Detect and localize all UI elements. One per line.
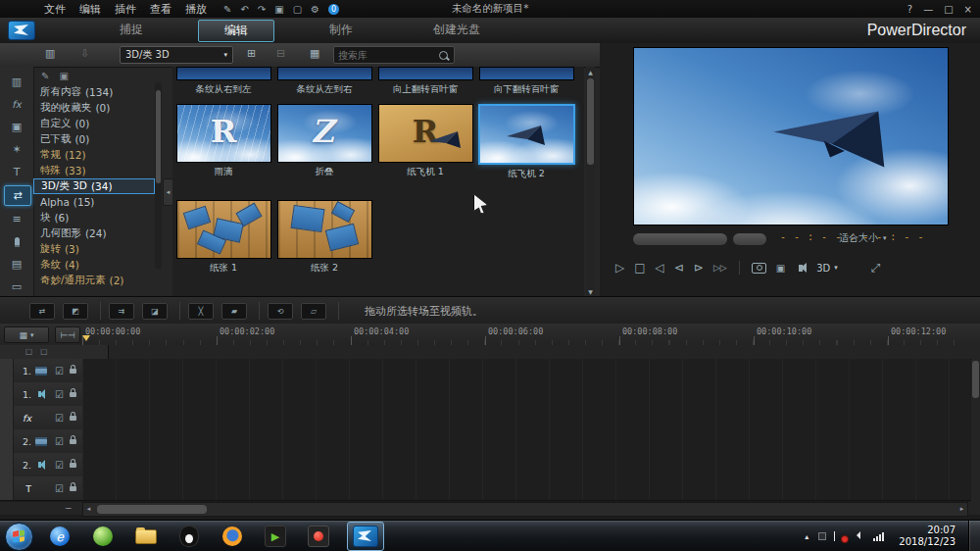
action-center-flag-icon[interactable] bbox=[836, 531, 846, 541]
prefix-transition-icon[interactable]: ⇉ bbox=[109, 303, 134, 320]
track-enable-checkbox[interactable]: ☑ bbox=[55, 366, 64, 376]
undock-preview-icon[interactable]: ⤢ bbox=[871, 261, 881, 275]
track-lock-icon[interactable] bbox=[70, 439, 76, 444]
category-special[interactable]: 特殊(33) bbox=[33, 163, 155, 178]
audio-mixing-room-icon[interactable]: ≡ bbox=[4, 210, 29, 228]
clip-mode-button[interactable] bbox=[633, 233, 727, 245]
playhead-marker[interactable] bbox=[82, 335, 90, 341]
grid-scrollbar[interactable]: ▲ ▼ bbox=[586, 67, 595, 296]
transition-item-paperplane2-selected[interactable]: 纸飞机 2 bbox=[477, 104, 575, 180]
cross-transition-icon[interactable]: ⇄ bbox=[29, 303, 55, 320]
taskbar-browser-icon[interactable]: e bbox=[45, 524, 74, 549]
category-fantastic[interactable]: 奇妙/通用元素(2) bbox=[33, 273, 155, 288]
capture-screen-icon[interactable]: ▣ bbox=[274, 4, 283, 15]
category-block[interactable]: 块(6) bbox=[33, 210, 155, 225]
preview-quality-icon[interactable]: ▣ bbox=[776, 263, 785, 274]
track-lock-icon[interactable] bbox=[70, 369, 76, 374]
category-alpha[interactable]: Alpha(15) bbox=[33, 194, 155, 210]
notification-badge[interactable]: 0 bbox=[328, 4, 339, 15]
transition-item-paper1[interactable]: 纸张 1 bbox=[174, 200, 272, 275]
category-general[interactable]: 常规(12) bbox=[33, 147, 155, 163]
track-lock-icon[interactable] bbox=[70, 392, 76, 397]
overlap-transition-icon[interactable]: ◩ bbox=[63, 303, 88, 320]
transition-item-raindrop[interactable]: R 雨滴 bbox=[174, 104, 272, 178]
title-room-icon[interactable]: T bbox=[4, 163, 29, 181]
transition-item-paperplane1[interactable]: R 纸飞机 1 bbox=[376, 104, 474, 178]
subtitle-room-icon[interactable]: ▭ bbox=[4, 277, 29, 296]
room-filter-dropdown[interactable]: 3D/类 3D ▾ bbox=[120, 46, 233, 64]
video-track-lane[interactable] bbox=[82, 359, 970, 383]
previous-button[interactable]: ◁ bbox=[656, 261, 664, 275]
tab-produce[interactable]: 制作 bbox=[304, 20, 378, 42]
hscroll-thumb[interactable] bbox=[97, 505, 207, 514]
import-media-icon[interactable]: ⊞ bbox=[247, 47, 256, 60]
title-track-lane[interactable] bbox=[82, 476, 970, 501]
tray-app-icon[interactable] bbox=[817, 531, 827, 541]
grid-view-icon[interactable]: ▦ bbox=[310, 47, 319, 60]
track-select-strip[interactable] bbox=[0, 406, 14, 429]
transition-item[interactable]: 条纹从左到右 bbox=[275, 67, 373, 96]
taskbar-clock[interactable]: 20:07 2018/12/23 bbox=[899, 525, 956, 549]
track-enable-checkbox[interactable]: ☑ bbox=[55, 436, 64, 447]
scroll-up-icon[interactable]: ▲ bbox=[586, 67, 595, 76]
volume-icon[interactable] bbox=[799, 265, 803, 272]
search-icon[interactable] bbox=[439, 51, 448, 60]
particle-room-icon[interactable]: ✶ bbox=[4, 140, 29, 159]
chapter-room-icon[interactable]: ▤ bbox=[4, 255, 29, 274]
fit-size-dropdown[interactable]: 适合大小 ▾ bbox=[839, 231, 887, 245]
show-desktop-button[interactable] bbox=[968, 521, 980, 551]
taskbar-media-player-icon[interactable]: ▶ bbox=[261, 524, 290, 549]
menu-plugins[interactable]: 插件 bbox=[115, 2, 136, 17]
fast-forward-button[interactable]: ▷▷ bbox=[713, 263, 727, 273]
media-room-icon[interactable]: ▥ bbox=[4, 73, 29, 91]
start-button[interactable] bbox=[5, 523, 33, 551]
library-menu-icon[interactable]: ▥ bbox=[45, 47, 55, 60]
tab-create-disc[interactable]: 创建光盘 bbox=[408, 20, 506, 42]
transition-item[interactable]: 向下翻转百叶窗 bbox=[477, 67, 575, 96]
apply-all-transition-icon[interactable]: ▰ bbox=[221, 303, 247, 320]
new-transition-icon[interactable]: ✎ bbox=[41, 71, 49, 81]
remove-transition-icon[interactable]: ▱ bbox=[301, 303, 326, 320]
category-custom[interactable]: 自定义(0) bbox=[33, 116, 155, 131]
track-enable-checkbox[interactable]: ☑ bbox=[55, 413, 64, 424]
tab-edit[interactable]: 编辑 bbox=[198, 20, 274, 42]
scroll-left-icon[interactable]: ◂ bbox=[83, 504, 94, 514]
step-back-button[interactable]: ⊲ bbox=[674, 261, 684, 275]
stop-button[interactable]: □ bbox=[634, 261, 645, 275]
category-geometry[interactable]: 几何图形(24) bbox=[33, 225, 155, 241]
window-mode-icon[interactable]: ▢ bbox=[293, 4, 302, 15]
track-enable-checkbox[interactable]: ☑ bbox=[55, 460, 64, 471]
category-all[interactable]: 所有内容(134) bbox=[33, 84, 155, 100]
effect-room-icon[interactable]: fx bbox=[4, 95, 29, 114]
maximize-button[interactable]: □ bbox=[944, 4, 953, 15]
track-select-strip[interactable] bbox=[0, 359, 14, 382]
hidden-icons-chevron[interactable]: ▴ bbox=[805, 532, 808, 541]
taskbar-powerdirector-active[interactable] bbox=[347, 522, 384, 551]
menu-edit[interactable]: 编辑 bbox=[79, 2, 101, 17]
scroll-right-icon[interactable]: ▸ bbox=[956, 504, 967, 514]
transition-item-fold[interactable]: Z 折叠 bbox=[275, 104, 373, 178]
track-lock-icon[interactable] bbox=[70, 463, 76, 468]
help-button[interactable]: ? bbox=[907, 4, 912, 15]
play-button[interactable]: ▷ bbox=[615, 261, 624, 275]
category-rotate[interactable]: 旋转(3) bbox=[33, 241, 155, 257]
voiceover-room-icon[interactable] bbox=[4, 232, 29, 251]
track-enable-checkbox[interactable]: ☑ bbox=[55, 389, 64, 400]
transition-item-paper2[interactable]: 纸张 2 bbox=[275, 200, 373, 275]
transition-template-icon[interactable]: ▣ bbox=[59, 71, 68, 81]
tray-volume-icon[interactable] bbox=[855, 531, 864, 541]
track-select-strip[interactable] bbox=[0, 382, 14, 406]
taskbar-firefox-icon[interactable] bbox=[218, 524, 247, 549]
postfix-transition-icon[interactable]: ◪ bbox=[142, 303, 168, 320]
import-folder-icon[interactable]: ⊟ bbox=[276, 47, 285, 60]
undo-icon[interactable]: ↶ bbox=[240, 4, 248, 15]
transition-item[interactable]: 向上翻转百叶窗 bbox=[376, 67, 474, 96]
taskbar-explorer-icon[interactable] bbox=[131, 524, 161, 549]
range-select-icon[interactable]: ☐ bbox=[25, 348, 32, 357]
taskbar-qq-icon[interactable] bbox=[174, 524, 204, 549]
tab-capture[interactable]: 捕捉 bbox=[94, 20, 169, 42]
draw-icon[interactable]: ✎ bbox=[223, 4, 231, 15]
fx-track-lane[interactable] bbox=[82, 406, 970, 430]
ruler-options-button[interactable]: ⊢⊣ bbox=[55, 326, 80, 343]
track-manager-button[interactable]: ▦ ▾ bbox=[4, 326, 49, 343]
